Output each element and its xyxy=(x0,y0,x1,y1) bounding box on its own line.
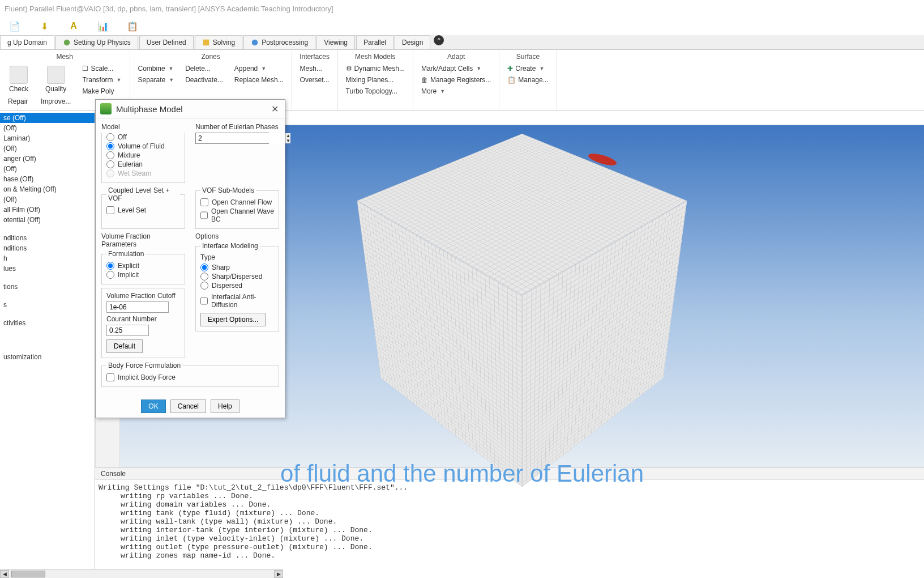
radio-sharpdisp[interactable]: Sharp/Dispersed xyxy=(200,272,274,281)
surface-create-button[interactable]: ✚ Create▼ xyxy=(504,63,551,74)
tree-item[interactable]: tions xyxy=(0,282,95,292)
mesh-scale-button[interactable]: ☐ Scale... xyxy=(79,63,125,74)
tree-item[interactable]: (Off) xyxy=(0,143,95,154)
tree-item[interactable]: s xyxy=(0,300,95,310)
tree-item[interactable]: lues xyxy=(0,264,95,274)
tab-solving[interactable]: Solving xyxy=(195,35,242,49)
tree-item[interactable]: nditions xyxy=(0,243,95,253)
tree-item[interactable]: ctivities xyxy=(0,318,95,328)
tab-postprocessing[interactable]: Postprocessing xyxy=(243,35,315,49)
dialog-titlebar[interactable]: Multiphase Model ✕ xyxy=(96,100,285,118)
tree-item[interactable]: otential (Off) xyxy=(0,215,95,225)
radio-implicit[interactable]: Implicit xyxy=(106,270,180,279)
scroll-left-icon[interactable]: ◀ xyxy=(0,570,9,578)
tree-item[interactable] xyxy=(0,225,95,233)
tab-user-defined[interactable]: User Defined xyxy=(139,35,194,49)
adapt-more-button[interactable]: More▼ xyxy=(418,86,494,96)
zones-replace-button[interactable]: Replace Mesh... xyxy=(231,75,287,85)
scroll-right-icon[interactable]: ▶ xyxy=(274,570,283,578)
radio-eulerian[interactable]: Eulerian xyxy=(106,160,180,169)
ribbon-expand-icon[interactable]: ^ xyxy=(434,35,444,45)
mm-turbo-button[interactable]: Turbo Topology... xyxy=(343,86,408,96)
zones-combine-button[interactable]: Combine▼ xyxy=(135,63,178,74)
adapt-mark-button[interactable]: Mark/Adapt Cells▼ xyxy=(418,63,494,74)
vfp-label: Volume Fraction Parameters xyxy=(101,232,185,248)
tree-item[interactable] xyxy=(0,344,95,352)
mesh-check-button[interactable]: Check xyxy=(5,63,33,95)
radio-off[interactable]: Off xyxy=(106,133,180,142)
interfaces-mesh-button[interactable]: Mesh... xyxy=(297,63,333,74)
check-openwave[interactable]: Open Channel Wave BC xyxy=(200,207,274,224)
model-label: Model xyxy=(101,123,185,131)
check-levelset[interactable]: Level Set xyxy=(106,206,180,215)
tree-item[interactable]: (Off) xyxy=(0,194,95,205)
qt-icon-4[interactable]: 📊 xyxy=(97,20,109,32)
tree-item[interactable]: on & Melting (Off) xyxy=(0,184,95,194)
tree-item[interactable]: hase (Off) xyxy=(0,174,95,184)
qt-icon-3[interactable]: A xyxy=(67,20,80,32)
interfaces-overset-button[interactable]: Overset... xyxy=(297,75,333,85)
tab-physics[interactable]: Setting Up Physics xyxy=(55,35,138,49)
tree-item[interactable]: (Off) xyxy=(0,123,95,133)
tab-parallel[interactable]: Parallel xyxy=(356,35,393,49)
ribbon-group-zones: Zones xyxy=(134,51,288,62)
tab-domain[interactable]: g Up Domain xyxy=(0,35,54,49)
mesh-repair-button[interactable]: Repair xyxy=(5,96,33,107)
qt-icon-2[interactable]: ⬇ xyxy=(38,20,50,32)
check-openchannel[interactable]: Open Channel Flow xyxy=(200,198,274,207)
outline-tree[interactable]: se (Off)(Off)Laminar)(Off)anger (Off)(Of… xyxy=(0,110,95,575)
num-phases-input[interactable] xyxy=(196,133,285,143)
spin-down-icon[interactable]: ▼ xyxy=(286,138,290,143)
zones-separate-button[interactable]: Separate▼ xyxy=(135,75,178,85)
help-button[interactable]: Help xyxy=(211,400,239,413)
mesh-improve-button[interactable]: Improve... xyxy=(37,96,74,107)
radio-vof[interactable]: Volume of Fluid xyxy=(106,142,180,151)
tree-item[interactable] xyxy=(0,310,95,318)
expert-button[interactable]: Expert Options... xyxy=(200,313,266,326)
tab-design[interactable]: Design xyxy=(395,35,430,49)
tree-item[interactable]: nditions xyxy=(0,233,95,243)
mesh-makepoly-button[interactable]: Make Poly xyxy=(79,86,125,96)
cancel-button[interactable]: Cancel xyxy=(170,400,206,413)
tree-item[interactable] xyxy=(0,292,95,300)
tree-item[interactable]: (Off) xyxy=(0,164,95,174)
dialog-close-icon[interactable]: ✕ xyxy=(269,103,280,114)
tree-item[interactable] xyxy=(0,274,95,282)
adapt-manage-button[interactable]: 🗑 Manage Registers... xyxy=(418,75,494,85)
radio-explicit[interactable]: Explicit xyxy=(106,261,180,270)
vfcutoff-input[interactable] xyxy=(106,301,169,313)
tree-item[interactable]: all Film (Off) xyxy=(0,205,95,215)
zones-append-button[interactable]: Append▼ xyxy=(231,63,287,74)
mesh-quality-button[interactable]: Quality xyxy=(37,63,74,95)
mm-mixing-button[interactable]: Mixing Planes... xyxy=(343,75,408,85)
tree-item[interactable]: ustomization xyxy=(0,352,95,362)
radio-wetsteam: Wet Steam xyxy=(106,169,180,178)
spin-up-icon[interactable]: ▲ xyxy=(286,133,290,138)
zones-delete-button[interactable]: Delete... xyxy=(182,63,226,74)
radio-sharp[interactable]: Sharp xyxy=(200,263,274,272)
tree-hscrollbar[interactable]: ◀ ▶ xyxy=(0,569,283,578)
tab-viewing[interactable]: Viewing xyxy=(316,35,355,49)
radio-mixture[interactable]: Mixture xyxy=(106,151,180,160)
tree-item[interactable]: h xyxy=(0,253,95,264)
courant-input[interactable] xyxy=(106,325,149,336)
surface-manage-button[interactable]: 📋 Manage... xyxy=(504,75,551,85)
mesh-transform-button[interactable]: Transform▼ xyxy=(79,75,125,85)
check-impbody[interactable]: Implicit Body Force xyxy=(106,373,274,382)
tree-item[interactable]: anger (Off) xyxy=(0,154,95,164)
ok-button[interactable]: OK xyxy=(141,400,165,413)
check-anti[interactable]: Interfacial Anti-Diffusion xyxy=(200,292,274,309)
default-button[interactable]: Default xyxy=(106,339,143,353)
tree-item[interactable]: se (Off) xyxy=(0,113,95,123)
qt-icon-5[interactable]: 📋 xyxy=(126,20,139,32)
zones-deactivate-button[interactable]: Deactivate... xyxy=(182,75,226,85)
mm-dynamic-button[interactable]: ⚙ Dynamic Mesh... xyxy=(343,63,408,74)
num-phases-spinner[interactable]: ▲▼ xyxy=(195,133,269,144)
scroll-thumb[interactable] xyxy=(11,571,45,577)
tree-item[interactable]: Laminar) xyxy=(0,133,95,143)
console-output[interactable]: Writing Settings file "D:\tut_2\tut_2_fi… xyxy=(95,480,924,575)
qt-icon-1[interactable]: 📄 xyxy=(8,20,21,32)
tree-item[interactable] xyxy=(0,328,95,336)
tree-item[interactable] xyxy=(0,336,95,344)
radio-dispersed[interactable]: Dispersed xyxy=(200,281,274,290)
